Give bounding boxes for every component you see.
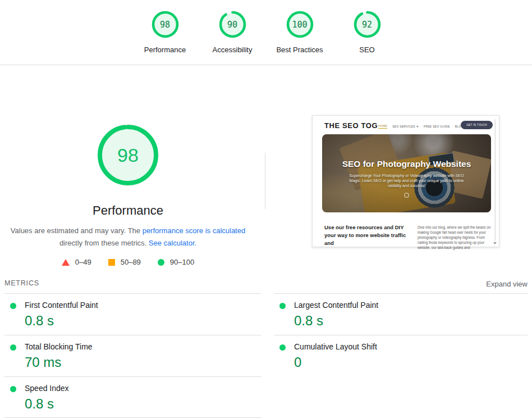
nav-label: SEO SERVICES	[392, 125, 415, 128]
metric-row-total-blocking-time: Total Blocking Time 70 ms	[4, 335, 261, 376]
thumbnail-site-header: THE SEO TOG HOME SEO SERVICES FREE SEO G…	[313, 116, 499, 134]
get-in-touch-button[interactable]: GET IN TOUCH	[461, 121, 493, 129]
score-gauge-accessibility[interactable]: 90 Accessibility	[199, 11, 266, 54]
metric-row-speed-index: Speed Index 0.8 s	[4, 376, 261, 418]
hero-subtitle: Supercharge Your Photography or Videogra…	[349, 173, 464, 188]
metric-value: 0.8 s	[25, 313, 54, 329]
score-label: SEO	[333, 46, 401, 54]
pass-circle-icon	[10, 386, 16, 392]
header-divider	[0, 65, 532, 65]
pass-circle-icon	[10, 344, 16, 351]
score-gauge-best-practices[interactable]: 100 Best Practices	[266, 11, 333, 54]
site-nav: HOME SEO SERVICES FREE SEO GUIDE BLOG	[378, 124, 464, 129]
pass-circle-icon	[279, 303, 286, 309]
thumbnail-scrollbar[interactable]	[494, 119, 496, 241]
nav-seo-services[interactable]: SEO SERVICES	[392, 125, 419, 128]
nav-free-seo-guide[interactable]: FREE SEO GUIDE	[424, 125, 450, 128]
category-scores-row: 98 Performance 90 Accessibility 100	[0, 11, 532, 54]
metric-row-first-contentful-paint: First Contentful Paint 0.8 s	[4, 293, 261, 335]
metric-value: 0	[294, 355, 301, 370]
metrics-column-right: Largest Contentful Paint 0.8 s Cumulativ…	[274, 293, 528, 376]
hero-text-block: SEO for Photography Websites Supercharge…	[322, 134, 491, 212]
score-scale-legend: 0–49 50–89 90–100	[0, 258, 256, 266]
score-gauge-performance[interactable]: 98 Performance	[131, 11, 199, 54]
legend-fail: 0–49	[62, 258, 91, 266]
hero-image: SEO for Photography Websites Supercharge…	[322, 134, 491, 212]
metric-value: 0.8 s	[25, 396, 54, 412]
metric-name: Largest Contentful Paint	[294, 301, 378, 310]
performance-heading: Performance	[0, 203, 256, 218]
circle-icon	[158, 259, 164, 266]
metric-name: Cumulative Layout Shift	[294, 342, 377, 351]
metric-name: Total Blocking Time	[25, 342, 93, 351]
metric-name: Speed Index	[25, 384, 69, 393]
vertical-divider	[265, 153, 265, 209]
scroll-down-icon	[404, 193, 409, 198]
metric-row-cumulative-layout-shift: Cumulative Layout Shift 0	[274, 335, 528, 376]
score-disclaimer: Values are estimated and may vary. The p…	[3, 225, 253, 249]
legend-pass: 90–100	[158, 258, 194, 266]
scrollbar-arrow-icon	[493, 242, 497, 244]
disclaimer-text: directly from these metrics.	[59, 239, 149, 247]
metric-value: 0.8 s	[294, 313, 323, 329]
expand-view-button[interactable]: Expand view	[486, 280, 528, 288]
metrics-section-heading: METRICS	[4, 279, 39, 287]
legend-range: 90–100	[170, 258, 194, 266]
score-value: 100	[286, 11, 314, 38]
see-calculator-link[interactable]: See calculator.	[149, 239, 196, 247]
chevron-down-icon	[416, 126, 419, 128]
score-gauge-seo[interactable]: 92 SEO	[333, 11, 401, 54]
pagespeed-report: 98 Performance 90 Accessibility 100	[0, 0, 532, 418]
nav-home[interactable]: HOME	[378, 124, 387, 129]
score-label: Accessibility	[199, 46, 266, 54]
metrics-column-left: First Contentful Paint 0.8 s Total Block…	[4, 293, 261, 418]
legend-range: 50–89	[121, 258, 141, 266]
performance-score-value: 98	[97, 124, 159, 187]
page-screenshot-thumbnail: THE SEO TOG HOME SEO SERVICES FREE SEO G…	[312, 115, 499, 247]
pass-circle-icon	[279, 344, 286, 351]
triangle-icon	[62, 259, 70, 266]
score-label: Best Practices	[266, 46, 333, 54]
score-value: 92	[354, 11, 381, 38]
metric-row-largest-contentful-paint: Largest Contentful Paint 0.8 s	[274, 293, 528, 335]
thumbnail-intro-paragraph: Dive into our blog, where we spill the b…	[418, 225, 492, 250]
square-icon	[108, 259, 115, 266]
disclaimer-text: Values are estimated and may vary. The	[11, 226, 143, 235]
hero-title: SEO for Photography Websites	[322, 159, 491, 169]
legend-range: 0–49	[75, 258, 91, 266]
metric-value: 70 ms	[25, 355, 61, 370]
thumbnail-intro-heading: Use our free resources and DIY your way …	[324, 224, 411, 247]
score-calc-link[interactable]: performance score is calculated	[143, 226, 246, 235]
site-logo: THE SEO TOG	[324, 121, 378, 130]
score-label: Performance	[131, 46, 199, 54]
performance-score-gauge: 98	[97, 124, 159, 187]
pass-circle-icon	[10, 303, 16, 309]
metric-name: First Contentful Paint	[25, 301, 98, 310]
legend-average: 50–89	[108, 258, 141, 266]
score-value: 98	[152, 11, 179, 38]
score-value: 90	[219, 11, 246, 38]
